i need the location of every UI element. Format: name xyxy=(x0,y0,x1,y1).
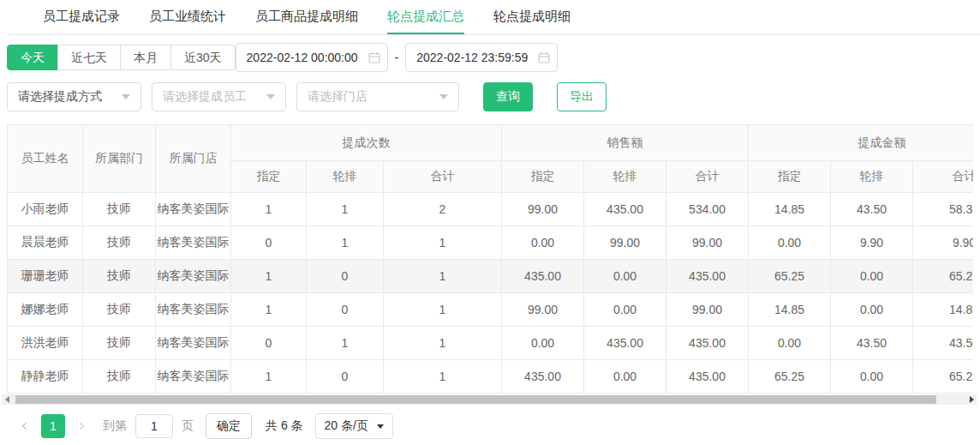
caret-down-icon xyxy=(377,424,384,429)
tab-5[interactable]: 轮点提成明细 xyxy=(493,0,571,34)
cell: 1 xyxy=(231,260,307,293)
quick-range-3[interactable]: 本月 xyxy=(120,45,171,70)
select-group: 请选择提成方式请选择提成员工请选择门店 xyxy=(7,82,469,111)
cell: 纳客美姿国际 xyxy=(156,327,231,360)
next-page-button[interactable] xyxy=(72,414,91,438)
filter-select-2[interactable]: 请选择提成员工 xyxy=(152,82,286,111)
tab-bar: 员工提成记录员工业绩统计员工商品提成明细轮点提成汇总轮点提成明细 xyxy=(7,0,980,35)
group-header: 提成金额 xyxy=(749,125,973,161)
start-date-picker[interactable] xyxy=(236,43,388,72)
cell: 435.00 xyxy=(502,360,584,394)
cell: 1 xyxy=(307,226,384,260)
cell: 0 xyxy=(307,360,384,394)
pagination-bar: 1 到第 页 确定 共 6 条 20 条/页 xyxy=(7,413,980,439)
cell: 435.00 xyxy=(666,260,749,293)
goto-page-label: 到第 xyxy=(103,418,127,434)
tab-3[interactable]: 员工商品提成明细 xyxy=(255,0,358,34)
column-header: 所属门店 xyxy=(156,125,231,193)
quick-range-group: 今天近七天本月近30天 xyxy=(7,45,236,70)
cell: 纳客美姿国际 xyxy=(156,293,231,327)
cell: 1 xyxy=(231,293,307,327)
goto-page-input[interactable] xyxy=(135,414,173,438)
table-header: 员工姓名所属部门所属门店提成次数销售额提成金额指定轮排合计指定轮排合计指定轮排合… xyxy=(8,125,974,193)
select-filter-row: 请选择提成方式请选择提成员工请选择门店 查询 导出 xyxy=(7,82,980,111)
cell: 1 xyxy=(384,327,502,360)
cell: 纳客美姿国际 xyxy=(156,226,231,260)
cell: 43.50 xyxy=(913,327,973,360)
start-date-input[interactable] xyxy=(245,50,368,65)
cell: 99.00 xyxy=(502,293,584,327)
filter-select-1[interactable]: 请选择提成方式 xyxy=(7,82,141,111)
page: 员工提成记录员工业绩统计员工商品提成明细轮点提成汇总轮点提成明细 今天近七天本月… xyxy=(0,0,980,445)
table-row: 珊珊老师技师纳客美姿国际101435.000.00435.0065.250.00… xyxy=(8,260,974,293)
sub-column-header: 轮排 xyxy=(307,161,384,193)
cell: 99.00 xyxy=(502,193,584,226)
cell: 2 xyxy=(384,193,502,226)
scroll-left-arrow-icon[interactable] xyxy=(2,394,12,405)
page-unit-label: 页 xyxy=(182,418,194,434)
table-row: 洪洪老师技师纳客美姿国际0110.00435.00435.000.0043.50… xyxy=(8,327,974,360)
tab-4[interactable]: 轮点提成汇总 xyxy=(387,0,464,34)
cell: 65.25 xyxy=(749,360,831,394)
cell: 99.00 xyxy=(666,226,749,260)
cell: 0.00 xyxy=(584,260,666,293)
query-button[interactable]: 查询 xyxy=(483,82,533,111)
horizontal-scrollbar[interactable] xyxy=(7,394,973,405)
cell: 静静老师 xyxy=(8,360,83,394)
tab-2[interactable]: 员工业绩统计 xyxy=(149,0,226,34)
sub-column-header: 轮排 xyxy=(584,161,666,193)
column-header: 员工姓名 xyxy=(8,125,83,193)
table-row: 静静老师技师纳客美姿国际101435.000.00435.0065.250.00… xyxy=(8,360,974,394)
export-button[interactable]: 导出 xyxy=(557,82,607,111)
quick-range-1[interactable]: 今天 xyxy=(7,45,58,70)
confirm-page-button[interactable]: 确定 xyxy=(206,413,252,439)
date-filter-row: 今天近七天本月近30天 - xyxy=(7,43,980,72)
cell: 9.90 xyxy=(831,226,913,260)
page-size-value: 20 条/页 xyxy=(325,418,368,434)
commission-summary-table: 员工姓名所属部门所属门店提成次数销售额提成金额指定轮排合计指定轮排合计指定轮排合… xyxy=(7,124,973,394)
quick-range-2[interactable]: 近七天 xyxy=(57,45,121,70)
cell: 纳客美姿国际 xyxy=(156,260,231,293)
cell: 技师 xyxy=(83,226,156,260)
cell: 小雨老师 xyxy=(8,193,83,226)
cell: 14.85 xyxy=(749,293,831,327)
end-date-picker[interactable] xyxy=(405,43,558,72)
end-date-input[interactable] xyxy=(415,50,538,65)
current-page-button[interactable]: 1 xyxy=(41,414,65,438)
cell: 435.00 xyxy=(666,360,749,394)
cell: 9.90 xyxy=(913,226,973,260)
cell: 43.50 xyxy=(831,327,913,360)
scrollbar-thumb[interactable] xyxy=(15,395,936,404)
sub-column-header: 轮排 xyxy=(831,161,913,193)
cell: 技师 xyxy=(83,260,156,293)
table-row: 娜娜老师技师纳客美姿国际10199.000.0099.0014.850.0014… xyxy=(8,293,974,327)
page-size-select[interactable]: 20 条/页 xyxy=(315,413,393,439)
cell: 534.00 xyxy=(666,193,749,226)
sub-column-header: 合计 xyxy=(913,161,973,193)
cell: 14.85 xyxy=(913,293,973,327)
column-header: 所属部门 xyxy=(83,125,156,193)
cell: 1 xyxy=(384,260,502,293)
cell: 1 xyxy=(231,193,307,226)
cell: 1 xyxy=(231,360,307,394)
cell: 0.00 xyxy=(831,293,913,327)
calendar-icon xyxy=(368,51,380,63)
quick-range-4[interactable]: 近30天 xyxy=(170,45,236,70)
filter-select-3[interactable]: 请选择门店 xyxy=(296,82,459,111)
select-placeholder: 请选择提成方式 xyxy=(18,89,102,105)
cell: 0.00 xyxy=(831,360,913,394)
tab-1[interactable]: 员工提成记录 xyxy=(43,0,120,34)
cell: 技师 xyxy=(83,327,156,360)
total-count-label: 共 6 条 xyxy=(266,418,303,434)
scroll-right-arrow-icon[interactable] xyxy=(966,394,977,405)
group-header: 提成次数 xyxy=(231,125,502,161)
cell: 0.00 xyxy=(831,260,913,293)
cell: 0 xyxy=(231,327,307,360)
cell: 1 xyxy=(384,226,502,260)
caret-down-icon xyxy=(439,94,448,99)
prev-page-button[interactable] xyxy=(15,414,34,438)
cell: 1 xyxy=(307,327,384,360)
sub-column-header: 指定 xyxy=(231,161,307,193)
cell: 14.85 xyxy=(749,193,831,226)
cell: 0.00 xyxy=(502,327,584,360)
